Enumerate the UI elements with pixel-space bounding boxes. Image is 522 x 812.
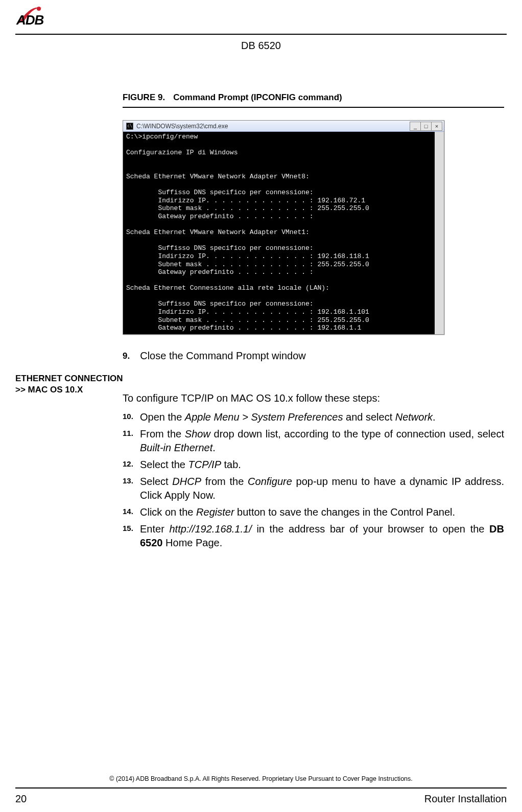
footer-rule xyxy=(15,787,507,788)
header-rule xyxy=(15,34,507,35)
footer-section: Router Installation xyxy=(424,793,507,805)
terminal-output: C:\>ipconfig/renew Configurazione IP di … xyxy=(123,132,444,334)
figure-rule xyxy=(123,107,504,108)
step-9: 9. Close the Command Prompt window xyxy=(123,350,504,362)
logo: ADB xyxy=(15,3,45,28)
list-item: 11.From the Show drop down list, accordi… xyxy=(123,427,504,455)
cmd-icon: c\ xyxy=(126,123,133,130)
step-number: 14. xyxy=(123,505,140,519)
window-titlebar: c\ C:\WINDOWS\system32\cmd.exe _ □ × xyxy=(123,121,444,132)
figure-caption: FIGURE 9. Command Prompt (IPCONFIG comma… xyxy=(123,92,504,103)
step-number: 15. xyxy=(123,522,140,550)
minimize-button[interactable]: _ xyxy=(410,122,421,131)
section-heading-line1: ETHERNET CONNECTION xyxy=(15,373,123,384)
close-button[interactable]: × xyxy=(431,122,442,131)
step-number: 11. xyxy=(123,427,140,455)
window-title: C:\WINDOWS\system32\cmd.exe xyxy=(136,123,410,130)
mac-intro: To configure TCP/IP on MAC OS 10.x follo… xyxy=(123,392,504,404)
step-number: 10. xyxy=(123,410,140,424)
step-text: Click on the Register button to save the… xyxy=(140,505,504,519)
step-text: Select the TCP/IP tab. xyxy=(140,458,504,472)
figure-label: FIGURE 9. xyxy=(123,92,165,103)
step-9-text: Close the Command Prompt window xyxy=(140,350,306,362)
section-heading-line2: >> MAC OS 10.X xyxy=(15,384,123,396)
step-number: 13. xyxy=(123,475,140,502)
step-text: Enter http://192.168.1.1/ in the address… xyxy=(140,522,504,550)
step-text: From the Show drop down list, according … xyxy=(140,427,504,455)
step-number: 12. xyxy=(123,458,140,472)
list-item: 14.Click on the Register button to save … xyxy=(123,505,504,519)
list-item: 15.Enter http://192.168.1.1/ in the addr… xyxy=(123,522,504,550)
command-prompt-window: c\ C:\WINDOWS\system32\cmd.exe _ □ × C:\… xyxy=(123,120,444,335)
mac-steps-list: 10.Open the Apple Menu > System Preferen… xyxy=(123,410,504,550)
step-text: Select DHCP from the Configure pop-up me… xyxy=(140,475,504,502)
list-item: 13.Select DHCP from the Configure pop-up… xyxy=(123,475,504,502)
window-buttons: _ □ × xyxy=(410,122,442,131)
logo-text: ADB xyxy=(16,12,43,28)
section-heading: ETHERNET CONNECTION >> MAC OS 10.X xyxy=(15,373,123,396)
footer-copyright: © (2014) ADB Broadband S.p.A. All Rights… xyxy=(0,775,522,782)
list-item: 10.Open the Apple Menu > System Preferen… xyxy=(123,410,504,424)
svg-point-0 xyxy=(37,7,41,11)
figure-title: Command Prompt (IPCONFIG command) xyxy=(173,92,342,103)
list-item: 12.Select the TCP/IP tab. xyxy=(123,458,504,472)
footer-row: 20 Router Installation xyxy=(15,793,507,805)
page-number: 20 xyxy=(15,793,27,805)
step-9-number: 9. xyxy=(123,351,130,362)
document-title: DB 6520 xyxy=(15,40,507,52)
maximize-button[interactable]: □ xyxy=(420,122,432,131)
step-text: Open the Apple Menu > System Preferences… xyxy=(140,410,504,424)
